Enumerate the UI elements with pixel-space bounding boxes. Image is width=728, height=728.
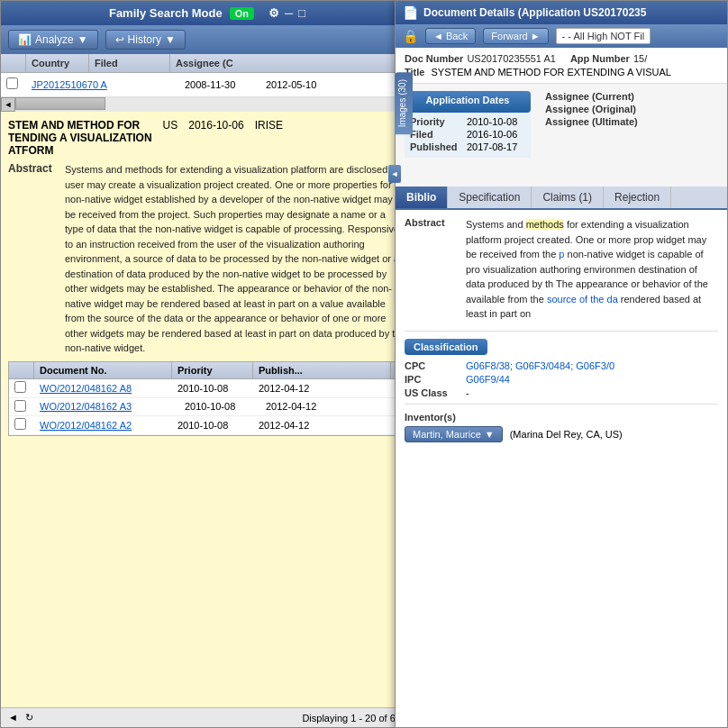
family-row: WO/2012/048162 A8 2010-10-08 2012-04-12 … <box>9 379 405 398</box>
assignee-ultimate-label: Assignee (Ultimate) <box>545 116 653 127</box>
ipc-row: IPC G06F9/44 <box>405 374 718 385</box>
fam-publish-1: 2012-04-12 <box>253 381 391 396</box>
collapse-left-btn[interactable]: ◄ <box>388 165 401 183</box>
doc-link[interactable]: JP2012510670 A <box>32 79 107 90</box>
cpc-label: CPC <box>405 360 459 371</box>
inventor-section-label: Inventor(s) <box>405 412 718 423</box>
assignee-current-label: Assignee (Current) <box>545 91 653 102</box>
assignee-header: Assignee (C <box>170 54 414 72</box>
analyze-button[interactable]: 📊 Analyze ▼ <box>8 30 98 50</box>
app-number-field: App Number 15/ <box>570 53 647 64</box>
family-row: WO/2012/048162 A2 2010-10-08 2012-04-12 … <box>9 416 405 435</box>
fam-publish-2: 2012-04-12 <box>260 399 405 414</box>
inventor-dropdown-icon: ▼ <box>485 429 495 440</box>
maximize-icon[interactable]: □ <box>298 6 305 20</box>
fam-docno-header: Document No. <box>34 362 172 378</box>
settings-icon[interactable]: ⚙ <box>268 6 279 20</box>
right-panel: 📄 Document Details (Application US201702… <box>395 0 728 728</box>
usclass-row: US Class - <box>405 387 718 398</box>
scroll-thumb[interactable] <box>15 97 105 110</box>
tab-biblio[interactable]: Biblio <box>396 187 448 208</box>
on-badge: On <box>230 7 254 20</box>
content-title-row: STEM AND METHOD FOR TENDING A VISUALIZAT… <box>8 119 406 157</box>
cpc-values: G06F8/38; G06F3/0484; G06F3/0 <box>466 360 614 371</box>
blue-text-p: p <box>559 249 564 259</box>
cpc-row: CPC G06F8/38; G06F3/0484; G06F3/0 <box>405 360 718 371</box>
assignee-current-row: Assignee (Current) <box>545 91 653 102</box>
nav-bar: 🔒 ◄ Back Forward ► - - All High NOT Fil <box>396 24 727 48</box>
right-title-bar: 📄 Document Details (Application US201702… <box>396 1 727 24</box>
tab-specification[interactable]: Specification <box>448 187 532 208</box>
fam-doc-3[interactable]: WO/2012/048162 A2 <box>40 420 132 431</box>
usclass-label: US Class <box>405 387 459 398</box>
priority-value: 2010-10-08 <box>467 116 517 127</box>
doc-number-label: Doc Number <box>405 53 463 64</box>
collapse-btn-wrapper: ◄ <box>388 165 727 183</box>
filed-value: 2016-10-06 <box>467 129 517 140</box>
scroll-left[interactable]: ◄ <box>1 97 15 112</box>
fam-checkbox-3[interactable] <box>14 418 26 430</box>
forward-button[interactable]: Forward ► <box>483 28 548 44</box>
filter-box[interactable]: - - All High NOT Fil <box>556 28 651 44</box>
tab-rejection[interactable]: Rejection <box>604 187 671 208</box>
row-checkbox[interactable] <box>6 77 18 89</box>
images-tab[interactable]: Images (30) <box>395 72 413 134</box>
history-button[interactable]: ↩ History ▼ <box>105 30 186 50</box>
family-header: Document No. Priority Publish... <box>9 362 405 379</box>
blue-text-source: source of the da <box>547 294 618 305</box>
filed-cell: 2008-11-30 <box>179 77 260 92</box>
inventor-location: (Marina Del Rey, CA, US) <box>510 429 623 440</box>
scroll-bar[interactable]: ◄ ► <box>1 97 414 112</box>
table-header: Country Filed Assignee (C <box>1 54 414 73</box>
refresh-icon[interactable]: ↻ <box>25 712 33 723</box>
prev-page-icon[interactable]: ◄ <box>8 712 18 723</box>
table-row: JP2012510670 A 2008-11-30 2012-05-10 <box>1 73 414 97</box>
top-bar: Family Search Mode On ⚙ ─ □ <box>1 1 414 25</box>
right-panel-title: Document Details (Application US20170235 <box>423 6 646 19</box>
fam-priority-3: 2010-10-08 <box>172 418 253 432</box>
assignee-original-row: Assignee (Original) <box>545 104 653 114</box>
right-abstract-text: Systems and methods for extending a visu… <box>466 217 718 322</box>
highlight-methods: methods <box>526 219 564 230</box>
fam-doc-1[interactable]: WO/2012/048162 A8 <box>40 383 132 394</box>
content-country: US <box>163 119 178 157</box>
status-text: Displaying 1 - 20 of 618 <box>302 713 406 723</box>
fam-priority-1: 2010-10-08 <box>172 381 253 396</box>
fam-publish-3: 2012-04-12 <box>253 418 391 432</box>
inventor-dropdown[interactable]: Martin, Maurice ▼ <box>405 426 503 442</box>
usclass-values: - <box>466 387 469 398</box>
abstract-section: Abstract Systems and methods for extendi… <box>8 162 406 356</box>
fam-checkbox-2[interactable] <box>14 400 26 412</box>
priority-row: Priority 2010-10-08 <box>410 116 525 127</box>
abstract-label: Abstract <box>8 162 58 356</box>
fam-publish-header: Publish... <box>253 362 391 378</box>
right-abstract-block: Abstract Systems and methods for extendi… <box>405 217 718 322</box>
right-abstract-label: Abstract <box>405 217 459 322</box>
dates-box-label: Application Dates <box>415 95 520 105</box>
doc-info-section: Doc Number US20170235551 A1 App Number 1… <box>396 48 727 84</box>
assignee-block: Assignee (Current) Assignee (Original) A… <box>545 91 653 158</box>
ipc-label: IPC <box>405 374 459 385</box>
priority-label: Priority <box>410 116 460 127</box>
fam-doc-2[interactable]: WO/2012/048162 A3 <box>40 401 132 412</box>
status-icons: ◄ ↻ <box>8 712 33 723</box>
back-arrow-icon: ◄ <box>433 31 443 41</box>
assignee-ultimate-row: Assignee (Ultimate) <box>545 116 653 127</box>
status-bar: ◄ ↻ Displaying 1 - 20 of 618 <box>1 707 414 727</box>
classification-header: Classification <box>405 339 487 355</box>
dates-box: Application Dates <box>405 91 531 113</box>
left-panel: Family Search Mode On ⚙ ─ □ 📊 Analyze ▼ … <box>0 0 414 728</box>
filed2-cell: 2012-05-10 <box>260 77 414 92</box>
fam-priority-2: 2010-10-08 <box>179 399 260 414</box>
fam-checkbox-1[interactable] <box>14 381 26 393</box>
abstract-text: Systems and methods for extending a visu… <box>65 162 406 356</box>
family-search-title: Family Search Mode <box>109 6 223 20</box>
minimize-icon[interactable]: ─ <box>285 6 293 20</box>
tab-claims[interactable]: Claims (1) <box>532 187 604 208</box>
inventor-row: Martin, Maurice ▼ (Marina Del Rey, CA, U… <box>405 426 718 442</box>
app-dates-section: Application Dates Priority 2010-10-08 Fi… <box>405 91 718 158</box>
history-dropdown-icon: ▼ <box>165 33 176 46</box>
doc-number-value: US20170235551 A1 <box>467 53 555 64</box>
app-number-value: 15/ <box>633 53 647 64</box>
back-button[interactable]: ◄ Back <box>425 28 476 44</box>
